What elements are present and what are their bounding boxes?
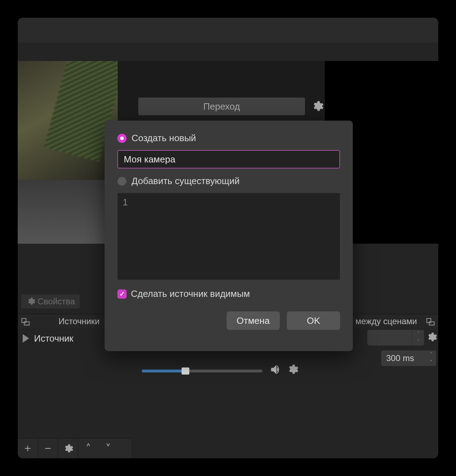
gear-icon (63, 443, 73, 454)
source-name-input[interactable] (117, 150, 340, 168)
scene-transitions-header: ы между сценами (347, 316, 417, 326)
create-source-dialog: Создать новый Добавить существующий 1 ✓ … (105, 121, 353, 351)
duration-row: 300 ms ˄ ˅ (296, 349, 438, 367)
title-bar[interactable] (18, 18, 438, 43)
move-source-up-button[interactable]: ˄ (78, 439, 98, 459)
panel-popout-right[interactable] (424, 315, 437, 328)
remove-source-button[interactable]: − (38, 439, 58, 459)
gear-icon (426, 332, 437, 343)
properties-button[interactable]: Свойства (21, 294, 80, 309)
sources-header: Источники (59, 316, 100, 326)
checkbox-checked-icon: ✓ (117, 289, 127, 299)
transition-settings-button[interactable] (308, 98, 326, 115)
gear-icon (287, 364, 299, 376)
ok-button[interactable]: OK (287, 311, 340, 330)
radio-unselected-icon (117, 177, 127, 186)
app-window: Переход Свойства Источники ы между сцена… (18, 18, 438, 458)
make-visible-label: Сделать источник видимым (131, 288, 250, 299)
radio-add-existing[interactable]: Добавить существующий (117, 176, 340, 187)
existing-sources-list[interactable]: 1 (117, 193, 340, 280)
panel-popout-left[interactable] (19, 315, 32, 328)
radio-create-new[interactable]: Создать новый (117, 133, 340, 144)
chevron-down-icon[interactable]: ˅ (412, 338, 424, 345)
mute-button[interactable] (269, 362, 283, 378)
gear-icon (26, 297, 35, 306)
chevron-down-icon: ˅ (105, 442, 111, 455)
popout-icon (21, 316, 30, 326)
ok-button-label: OK (307, 315, 320, 326)
chevron-up-icon[interactable]: ˄ (412, 330, 424, 338)
transition-type-settings[interactable] (425, 331, 438, 344)
chevron-down-icon[interactable]: ˅ (426, 358, 436, 366)
source-item-label: Источник (34, 333, 73, 344)
cancel-button-label: Отмена (237, 315, 269, 326)
duration-input[interactable]: 300 ms ˄ ˅ (381, 350, 436, 366)
list-item[interactable]: 1 (123, 197, 335, 208)
add-source-button[interactable]: + (18, 439, 38, 459)
minus-icon: − (45, 442, 51, 455)
move-source-down-button[interactable]: ˅ (98, 439, 118, 459)
radio-create-new-label: Создать новый (132, 133, 196, 144)
plus-icon: + (24, 442, 31, 455)
slider-fill (142, 370, 185, 372)
dialog-buttons: Отмена OK (117, 311, 340, 330)
audio-controls (269, 362, 299, 378)
sources-toolbar: + − ˄ ˅ (18, 438, 131, 458)
transition-type-select[interactable]: ˄ ˅ (367, 330, 424, 345)
audio-volume-slider[interactable] (142, 370, 262, 372)
gear-icon (311, 100, 324, 113)
properties-label: Свойства (38, 297, 75, 306)
popout-icon (426, 316, 435, 326)
transition-stepper[interactable]: ˄ ˅ (412, 330, 424, 345)
radio-add-existing-label: Добавить существующий (132, 176, 240, 187)
make-visible-checkbox-row[interactable]: ✓ Сделать источник видимым (117, 288, 340, 299)
duration-stepper[interactable]: ˄ ˅ (426, 350, 436, 366)
slider-thumb[interactable] (182, 367, 189, 375)
chevron-up-icon[interactable]: ˄ (426, 350, 436, 358)
radio-selected-icon (117, 134, 127, 143)
source-settings-button[interactable] (58, 439, 78, 459)
audio-settings-button[interactable] (287, 364, 299, 377)
transition-button[interactable]: Переход (138, 98, 305, 115)
duration-value: 300 ms (386, 353, 414, 363)
preview-left[interactable] (18, 61, 118, 244)
play-icon (23, 334, 29, 343)
cancel-button[interactable]: Отмена (227, 311, 280, 330)
transition-button-label: Переход (203, 101, 240, 112)
chevron-up-icon: ˄ (85, 442, 91, 455)
speaker-icon (269, 362, 283, 377)
